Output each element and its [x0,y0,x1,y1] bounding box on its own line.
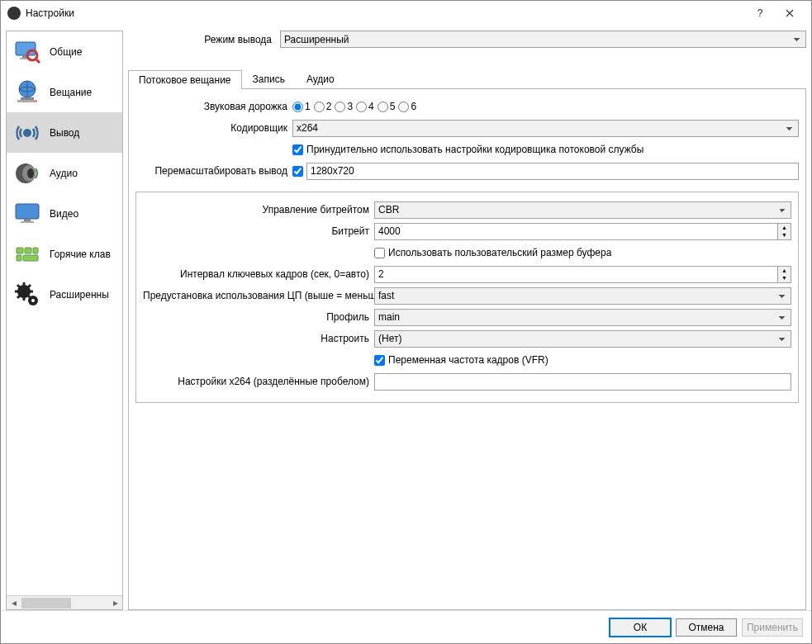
svg-point-12 [27,168,34,178]
rescale-checkbox[interactable] [292,166,303,177]
enforce-checkbox[interactable] [292,144,303,155]
vfr-label: Переменная частота кадров (VFR) [388,354,548,366]
svg-rect-17 [25,248,31,253]
encoder-label: Кодировщик [135,122,292,134]
sidebar-hscroll[interactable]: ◂ ▸ [7,595,122,609]
sidebar-item-hotkeys[interactable]: Горячие клав [7,234,122,274]
sidebar-item-label: Аудио [50,168,78,179]
audio-track-label: Звуковая дорожка [135,101,292,112]
tune-label: Настроить [143,333,374,344]
scroll-left-icon[interactable]: ◂ [7,596,21,610]
sidebar-item-label: Вывод [50,127,79,139]
footer: ОК Отмена Применить [1,610,811,643]
window-title: Настройки [26,7,745,19]
sidebar-item-label: Расширенны [50,289,109,301]
apply-button[interactable]: Применить [742,618,803,637]
custom-buffer-label: Использовать пользовательский размер буф… [388,247,611,258]
encoder-select[interactable]: x264 [292,120,799,137]
close-button[interactable] [775,2,805,25]
svg-rect-15 [21,221,34,223]
spin-down-icon[interactable]: ▼ [778,274,791,282]
keyint-spinner[interactable]: ▲▼ [374,266,791,283]
custom-buffer-checkbox[interactable] [374,248,385,258]
sidebar-item-label: Общие [50,46,82,58]
speaker-icon [12,158,43,189]
output-mode-select[interactable]: Расширенный [280,31,806,48]
svg-rect-16 [17,248,23,253]
rescale-combo[interactable]: 1280x720 [306,163,799,180]
help-button[interactable]: ? [745,2,775,25]
spin-down-icon[interactable]: ▼ [778,231,791,239]
svg-rect-18 [33,248,38,253]
track-2[interactable]: 2 [314,101,332,112]
preset-label: Предустановка использования ЦП (выше = м… [143,290,374,301]
svg-rect-0 [16,42,36,55]
sidebar-item-stream[interactable]: Вещание [7,72,122,112]
encoder-settings-box: Управление битрейтом CBR Битрейт ▲▼ [135,192,799,403]
keyboard-icon [12,239,43,270]
streaming-panel: Звуковая дорожка 1 2 3 4 5 6 Кодировщик … [128,89,806,610]
track-5[interactable]: 5 [378,101,396,112]
x264opts-label: Настройки x264 (разделённые пробелом) [143,376,374,387]
tune-select[interactable]: (Нет) [374,330,791,348]
monitor-wrench-icon [12,36,43,68]
x264opts-input[interactable] [374,373,791,391]
svg-rect-7 [21,97,34,100]
spin-up-icon[interactable]: ▲ [778,267,791,275]
sidebar-item-video[interactable]: Видео [7,193,122,234]
svg-rect-20 [23,255,38,261]
track-4[interactable]: 4 [356,101,374,112]
svg-line-5 [36,59,40,63]
track-6[interactable]: 6 [398,101,416,112]
sidebar: Общие Вещание Вывод Аудио [6,31,123,610]
audio-track-group: 1 2 3 4 5 6 [292,101,799,112]
output-mode-label: Режим вывода [128,34,275,45]
tabs: Потоковое вещание Запись Аудио [128,69,806,89]
close-icon [786,9,794,17]
content-area: Режим вывода Расширенный Потоковое вещан… [128,31,806,610]
rate-control-label: Управление битрейтом [143,204,374,215]
preset-select[interactable]: fast [374,287,791,305]
tab-streaming[interactable]: Потоковое вещание [128,70,242,89]
sidebar-item-general[interactable]: Общие [7,31,122,72]
sidebar-item-advanced[interactable]: Расширенны [7,274,122,315]
cancel-button[interactable]: Отмена [676,618,737,637]
svg-rect-19 [17,255,21,261]
keyint-label: Интервал ключевых кадров (сек, 0=авто) [143,268,374,280]
track-1[interactable]: 1 [292,101,311,112]
keyint-input[interactable] [374,266,778,283]
svg-rect-8 [17,100,37,102]
bitrate-input[interactable] [374,223,778,240]
sidebar-item-label: Видео [50,208,78,220]
broadcast-icon [12,117,43,149]
app-icon [7,7,21,20]
svg-point-9 [23,129,31,137]
ok-button[interactable]: ОК [610,618,671,637]
svg-rect-14 [24,219,31,221]
profile-select[interactable]: main [374,309,791,326]
cogs-icon [12,279,43,310]
enforce-label: Принудительно использовать настройки код… [306,144,643,155]
sidebar-item-output[interactable]: Вывод [7,112,122,153]
sidebar-item-label: Горячие клав [50,249,111,260]
sidebar-item-audio[interactable]: Аудио [7,153,122,193]
bitrate-spinner[interactable]: ▲▼ [374,223,791,240]
bitrate-label: Битрейт [143,225,374,237]
globe-icon [12,77,43,108]
vfr-checkbox[interactable] [374,355,385,366]
svg-rect-13 [16,204,39,219]
tab-audio[interactable]: Аудио [296,69,345,88]
track-3[interactable]: 3 [335,101,353,112]
tab-recording[interactable]: Запись [242,69,296,88]
scroll-thumb[interactable] [21,598,71,608]
spin-up-icon[interactable]: ▲ [778,224,791,232]
monitor-icon [12,198,43,230]
profile-label: Профиль [143,311,374,323]
rescale-label: Перемасштабировать вывод [135,165,292,177]
svg-point-24 [31,299,35,302]
rate-control-select[interactable]: CBR [374,201,791,219]
titlebar: Настройки ? [1,1,811,26]
sidebar-item-label: Вещание [50,87,92,98]
scroll-right-icon[interactable]: ▸ [108,596,122,610]
